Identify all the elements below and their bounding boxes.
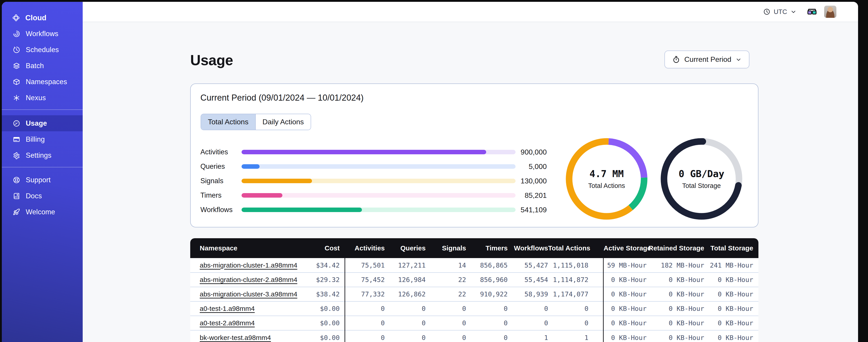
sidebar-item-nexus[interactable]: Nexus bbox=[2, 90, 83, 106]
app-window: Cloud WorkflowsSchedulesBatchNamespacesN… bbox=[2, 2, 858, 342]
cell-total-actions: 1,115,018 bbox=[548, 258, 603, 273]
sidebar-item-docs[interactable]: Docs bbox=[2, 188, 83, 204]
cell-total-storage: 0 KB-Hour bbox=[704, 301, 758, 316]
sidebar-nav-account: UsageBillingSettings bbox=[2, 115, 83, 163]
table-row: abs-migration-cluster-3.a98mm4$38.4277,3… bbox=[190, 287, 758, 301]
docs-icon bbox=[13, 192, 20, 200]
bar-track bbox=[242, 193, 516, 198]
cell-retained-storage: 182 MB-Hour bbox=[647, 258, 704, 273]
chevron-down-icon bbox=[735, 57, 742, 63]
collapse-sidebar-icon[interactable] bbox=[64, 13, 73, 22]
bar-value: 130,000 bbox=[516, 177, 547, 185]
table-row: a0-test-1.a98mm4$0.000000000 KB-Hour0 KB… bbox=[190, 301, 758, 316]
sidebar-item-label: Welcome bbox=[26, 208, 55, 216]
stopwatch-icon bbox=[672, 56, 680, 64]
card-title: Current Period (09/01/2024 — 10/01/2024) bbox=[200, 93, 364, 103]
col-header-retained-storage: Retained Storage bbox=[647, 238, 704, 258]
clock-icon bbox=[763, 8, 770, 15]
sidebar-item-usage[interactable]: Usage bbox=[2, 115, 83, 131]
donut-value: 0 GB/Day bbox=[679, 168, 724, 179]
namespace-link[interactable]: bk-worker-test.a98mm4 bbox=[200, 334, 271, 341]
glasses-icon bbox=[807, 7, 817, 17]
bar-track bbox=[242, 150, 516, 154]
cell-total-storage: 0 KB-Hour bbox=[704, 316, 758, 330]
namespace-link[interactable]: abs-migration-cluster-3.a98mm4 bbox=[200, 290, 297, 298]
cell-timers: 856,865 bbox=[466, 258, 508, 273]
tab-total-actions[interactable]: Total Actions bbox=[201, 114, 255, 130]
bar-label: Timers bbox=[200, 191, 242, 199]
cell-queries: 0 bbox=[385, 301, 426, 316]
cell-signals: 22 bbox=[426, 273, 466, 287]
col-header-cost: Cost bbox=[313, 238, 345, 258]
col-header-signals: Signals bbox=[426, 238, 466, 258]
sidebar-item-batch[interactable]: Batch bbox=[2, 58, 83, 74]
cell-cost: $0.00 bbox=[313, 316, 345, 330]
sidebar-item-label: Nexus bbox=[26, 94, 46, 102]
sidebar-item-billing[interactable]: Billing bbox=[2, 131, 83, 147]
sidebar-item-welcome[interactable]: Welcome bbox=[2, 204, 83, 220]
cell-total-storage: 0 KB-Hour bbox=[704, 287, 758, 301]
cell-activities: 75,501 bbox=[345, 258, 385, 273]
namespace-link[interactable]: a0-test-1.a98mm4 bbox=[200, 305, 255, 312]
col-header-timers: Timers bbox=[466, 238, 508, 258]
timezone-selector[interactable]: UTC bbox=[763, 8, 797, 15]
bar-fill bbox=[242, 179, 312, 183]
col-header-total-actions: Total Actions bbox=[548, 238, 603, 258]
sidebar-item-label: Support bbox=[26, 176, 51, 184]
sidebar-item-workflows[interactable]: Workflows bbox=[2, 26, 83, 42]
cell-retained-storage: 0 KB-Hour bbox=[647, 273, 704, 287]
bar-label: Queries bbox=[200, 163, 242, 171]
sidebar-brand: Cloud bbox=[2, 10, 83, 26]
sidebar-item-schedules[interactable]: Schedules bbox=[2, 42, 83, 58]
cell-active-storage: 0 KB-Hour bbox=[603, 330, 647, 342]
cell-active-storage: 0 KB-Hour bbox=[603, 273, 647, 287]
user-avatar[interactable] bbox=[824, 6, 836, 18]
sidebar-nav-main: WorkflowsSchedulesBatchNamespacesNexus bbox=[2, 26, 83, 106]
period-selector-button[interactable]: Current Period bbox=[664, 50, 749, 68]
cell-timers: 0 bbox=[466, 316, 508, 330]
cell-timers: 0 bbox=[466, 330, 508, 342]
cell-active-storage: 0 KB-Hour bbox=[603, 316, 647, 330]
tab-daily-actions[interactable]: Daily Actions bbox=[255, 114, 311, 130]
namespace-link[interactable]: a0-test-2.a98mm4 bbox=[200, 319, 255, 327]
col-header-queries: Queries bbox=[385, 238, 426, 258]
timezone-label: UTC bbox=[774, 8, 787, 15]
cell-active-storage: 0 KB-Hour bbox=[603, 287, 647, 301]
welcome-icon bbox=[13, 208, 20, 216]
sidebar-item-namespaces[interactable]: Namespaces bbox=[2, 74, 83, 90]
cell-total-actions: 0 bbox=[548, 301, 603, 316]
sidebar-item-settings[interactable]: Settings bbox=[2, 147, 83, 163]
bar-row-activities: Activities900,000 bbox=[200, 145, 547, 159]
sidebar-item-label: Docs bbox=[26, 192, 42, 200]
namespace-link[interactable]: abs-migration-cluster-2.a98mm4 bbox=[200, 276, 297, 283]
bar-row-timers: Timers85,201 bbox=[200, 188, 547, 203]
settings-icon bbox=[13, 151, 20, 159]
col-header-active-storage: Active Storage bbox=[603, 238, 647, 258]
account-menu-chevron-icon[interactable] bbox=[843, 8, 849, 15]
cell-signals: 0 bbox=[426, 316, 466, 330]
nexus-icon bbox=[13, 94, 20, 102]
bar-row-queries: Queries5,000 bbox=[200, 159, 547, 174]
sidebar-item-label: Batch bbox=[26, 62, 44, 70]
current-period-card: Current Period (09/01/2024 — 10/01/2024)… bbox=[190, 83, 758, 228]
namespace-link[interactable]: abs-migration-cluster-1.a98mm4 bbox=[200, 262, 297, 269]
cell-activities: 0 bbox=[345, 301, 385, 316]
feedback-glasses-button[interactable] bbox=[807, 7, 817, 17]
cell-queries: 126,862 bbox=[385, 287, 426, 301]
sidebar-item-support[interactable]: Support bbox=[2, 172, 83, 188]
bar-fill bbox=[242, 164, 259, 169]
table-row: abs-migration-cluster-2.a98mm4$29.3275,4… bbox=[190, 273, 758, 287]
cell-signals: 0 bbox=[426, 330, 466, 342]
cell-cost: $34.42 bbox=[313, 258, 345, 273]
donut-caption: Total Actions bbox=[588, 182, 625, 190]
donut-caption: Total Storage bbox=[682, 182, 721, 190]
sidebar-item-label: Settings bbox=[26, 151, 52, 160]
cell-queries: 126,984 bbox=[385, 273, 426, 287]
table-row: a0-test-2.a98mm4$0.000000000 KB-Hour0 KB… bbox=[190, 316, 758, 330]
bar-fill bbox=[242, 150, 486, 154]
sidebar-nav-help: SupportDocsWelcome bbox=[2, 172, 83, 220]
cell-cost: $0.00 bbox=[313, 330, 345, 342]
table-row: abs-migration-cluster-1.a98mm4$34.4275,5… bbox=[190, 258, 758, 273]
sidebar-item-label: Schedules bbox=[26, 46, 59, 54]
batch-icon bbox=[13, 62, 20, 70]
